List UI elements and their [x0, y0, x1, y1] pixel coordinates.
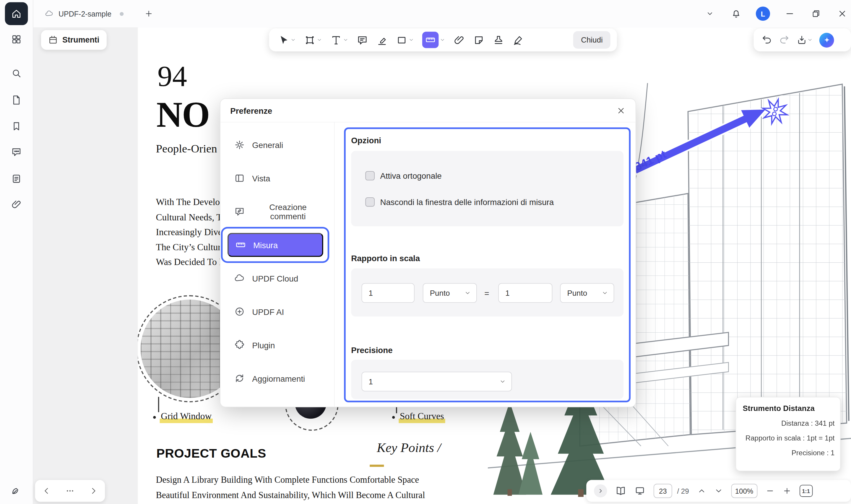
doc-line: With The Develop	[156, 195, 224, 210]
presentation-mode-button[interactable]	[634, 485, 645, 496]
nav-item-aggiornamenti[interactable]: Aggiornamenti	[228, 366, 327, 390]
minus-icon	[766, 487, 775, 496]
minimize-icon	[785, 9, 795, 19]
grid-window-label: Grid Window	[160, 411, 213, 423]
document-tab[interactable]: UPDF-2-sample	[39, 4, 129, 23]
sidebar-item-comments[interactable]	[10, 145, 23, 158]
next-page-button[interactable]	[714, 487, 723, 496]
shape-tool[interactable]	[394, 33, 416, 47]
collapse-toolbar-button[interactable]	[703, 7, 716, 20]
apps-grid-icon	[11, 34, 22, 45]
next-view-button[interactable]	[89, 487, 98, 496]
precision-heading: Precisione	[351, 345, 393, 355]
highlighter-tool[interactable]	[374, 33, 390, 47]
marker-icon	[376, 34, 388, 46]
restore-icon	[811, 9, 821, 19]
chevron-down-icon	[464, 290, 471, 296]
select-tool[interactable]	[276, 33, 298, 47]
scale-from-value-input[interactable]	[361, 283, 415, 303]
redo-button[interactable]	[779, 35, 790, 46]
titlebar-controls: L	[703, 6, 851, 21]
distance-annotation-arrow[interactable]: 341 pt	[618, 93, 804, 202]
sidebar-item-attachments[interactable]	[10, 198, 23, 211]
actual-size-button[interactable]: 1:1	[799, 485, 812, 497]
precision-select[interactable]: 1	[361, 372, 512, 392]
nav-item-plugin[interactable]: Plugin	[228, 333, 327, 357]
sidebar-item-pages[interactable]	[10, 172, 23, 185]
notifications-button[interactable]	[729, 7, 743, 20]
undo-button[interactable]	[761, 35, 772, 46]
comment-edit-icon	[234, 206, 245, 217]
more-icon	[66, 487, 74, 496]
measure-tool[interactable]	[420, 30, 447, 50]
text-tool[interactable]	[328, 33, 351, 47]
chevron-down-icon	[714, 487, 723, 496]
close-window-button[interactable]	[836, 7, 849, 20]
doc-line: Increasingly Dive	[156, 224, 224, 239]
gear-icon	[234, 140, 245, 150]
reading-mode-button[interactable]	[615, 485, 626, 496]
paperclip-icon	[11, 199, 22, 210]
chevron-down-icon	[409, 37, 414, 43]
nav-item-vista[interactable]: Vista	[228, 166, 327, 190]
stamp-tool[interactable]	[490, 33, 506, 47]
nav-label: UPDF Cloud	[252, 274, 298, 283]
user-avatar[interactable]: L	[756, 6, 770, 21]
new-tab-button[interactable]	[142, 7, 155, 20]
page-list-icon	[11, 174, 22, 184]
expand-bar-button[interactable]	[594, 484, 607, 497]
sticker-tool[interactable]	[471, 33, 487, 47]
restore-button[interactable]	[809, 7, 822, 20]
dialog-nav: Generali Vista Creazione commenti Misura…	[220, 122, 335, 407]
nav-item-updf-ai[interactable]: UPDF AI	[228, 300, 327, 324]
nav-item-misura[interactable]: Misura	[228, 233, 323, 257]
page-history-bar	[35, 480, 105, 502]
scale-to-unit-select[interactable]: Punto	[560, 283, 614, 303]
undo-icon	[761, 35, 772, 46]
more-options-button[interactable]	[66, 487, 74, 496]
sidebar-item-apps[interactable]	[10, 33, 23, 46]
home-button[interactable]	[5, 2, 28, 25]
save-button[interactable]	[796, 35, 813, 46]
sidebar-item-signature[interactable]	[10, 484, 23, 497]
sidebar-item-thumbnails[interactable]	[10, 93, 23, 106]
nav-item-updf-cloud[interactable]: UPDF Cloud	[228, 266, 327, 290]
checkbox-label: Nascondi la finestra delle informazioni …	[380, 197, 554, 206]
attachment-tool[interactable]	[451, 33, 467, 47]
paperclip-icon	[453, 34, 465, 46]
sidebar-item-search[interactable]	[10, 67, 23, 80]
hide-measure-info-checkbox[interactable]	[365, 197, 374, 206]
strumenti-button[interactable]: Strumenti	[41, 30, 107, 50]
book-icon	[615, 485, 626, 496]
updf-ai-button[interactable]	[819, 33, 834, 47]
options-heading: Opzioni	[351, 136, 381, 145]
page-number-input[interactable]	[654, 484, 672, 498]
signature-tool[interactable]	[510, 33, 526, 47]
edit-object-tool[interactable]	[302, 33, 324, 47]
bullet-dot	[392, 416, 395, 418]
doc-title-fragment: NO	[156, 94, 210, 136]
orthogonal-checkbox[interactable]	[365, 171, 374, 180]
nav-item-creazione-commenti[interactable]: Creazione commenti	[228, 199, 327, 223]
nav-label: UPDF AI	[252, 307, 284, 316]
previous-page-button[interactable]	[697, 487, 706, 496]
window-titlebar: UPDF-2-sample L	[33, 0, 851, 28]
zoom-out-button[interactable]	[766, 487, 775, 496]
scale-from-unit-select[interactable]: Punto	[423, 283, 477, 303]
previous-view-button[interactable]	[42, 487, 51, 496]
zoom-level-input[interactable]	[731, 484, 757, 498]
comment-tool[interactable]	[354, 33, 370, 47]
dialog-close-button[interactable]	[616, 106, 626, 115]
nav-item-generali[interactable]: Generali	[228, 133, 327, 157]
minimize-button[interactable]	[783, 7, 796, 20]
sidebar-item-bookmarks[interactable]	[10, 120, 23, 133]
zoom-in-button[interactable]	[782, 487, 791, 496]
ruler-icon	[425, 35, 436, 46]
chevron-down-icon	[343, 37, 349, 43]
nav-label: Creazione commenti	[252, 202, 324, 221]
preferences-dialog: Preferenze Generali Vista Creazione comm…	[220, 98, 636, 407]
save-icon	[796, 35, 807, 46]
scale-to-value-input[interactable]	[498, 283, 552, 303]
close-tool-button[interactable]: Chiudi	[573, 31, 610, 49]
close-icon	[837, 9, 847, 19]
